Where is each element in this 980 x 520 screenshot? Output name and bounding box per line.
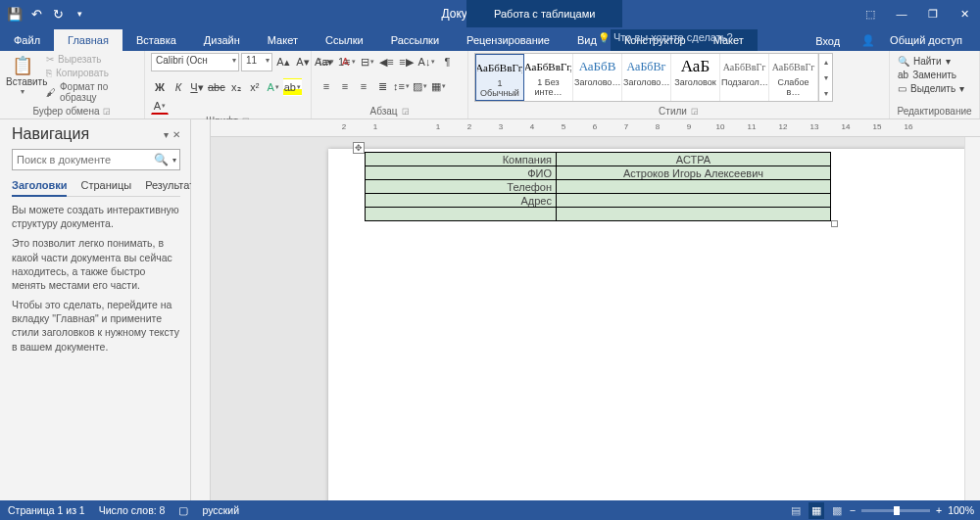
horizontal-ruler[interactable]: 2112345678910111213141516: [211, 119, 980, 137]
table-row[interactable]: КомпанияАСТРА: [366, 153, 831, 166]
align-center-button[interactable]: ≡: [336, 77, 354, 95]
table-cell[interactable]: [366, 208, 557, 221]
text-effects-button[interactable]: A: [265, 78, 282, 96]
font-name-combo[interactable]: Calibri (Осн: [151, 53, 239, 71]
nav-tab-headings[interactable]: Заголовки: [12, 176, 67, 197]
style-item[interactable]: АаБбВЗаголово…: [573, 54, 622, 101]
shading-button[interactable]: ▨: [412, 77, 429, 95]
table-row[interactable]: ФИОАстроков Игорь Алексеевич: [366, 166, 831, 180]
select-button[interactable]: ▭Выделить ▾: [896, 82, 973, 95]
document-table[interactable]: КомпанияАСТРАФИОАстроков Игорь Алексееви…: [365, 152, 831, 221]
sign-in-button[interactable]: Вход: [809, 31, 846, 51]
copy-button[interactable]: ⎘Копировать: [43, 67, 138, 79]
paragraph-dialog-icon[interactable]: ◲: [402, 107, 410, 116]
table-resize-handle[interactable]: [831, 220, 838, 227]
tab-review[interactable]: Рецензирование: [453, 29, 564, 51]
style-item[interactable]: АаБбВвГг,1 Обычный: [475, 54, 524, 101]
search-dropdown-icon[interactable]: ▾: [171, 156, 178, 165]
cut-button[interactable]: ✂Вырезать: [43, 53, 138, 66]
style-item[interactable]: АаБбВвГгПодзагол…: [720, 54, 769, 101]
table-cell-value[interactable]: Астроков Игорь Алексеевич: [557, 166, 831, 180]
tab-mailings[interactable]: Рассылки: [377, 29, 453, 51]
table-cell-label[interactable]: Адрес: [366, 194, 557, 208]
show-marks-button[interactable]: ¶: [438, 53, 456, 71]
nav-search-box[interactable]: 🔍▾: [12, 149, 180, 170]
table-cell-value[interactable]: [557, 180, 831, 194]
tab-file[interactable]: Файл: [0, 29, 54, 51]
tab-home[interactable]: Главная: [54, 29, 122, 51]
sort-button[interactable]: A↓: [417, 53, 437, 71]
status-proofing-icon[interactable]: ▢: [178, 504, 188, 516]
grow-font-button[interactable]: A▴: [274, 53, 292, 71]
zoom-level[interactable]: 100%: [948, 504, 974, 516]
vertical-scrollbar[interactable]: [964, 137, 980, 500]
align-left-button[interactable]: ≡: [318, 77, 335, 95]
format-painter-button[interactable]: 🖌Формат по образцу: [43, 80, 138, 104]
borders-button[interactable]: ▦: [430, 77, 448, 95]
bullets-button[interactable]: ⁝≡: [318, 53, 335, 71]
search-icon[interactable]: 🔍: [152, 153, 171, 166]
tab-references[interactable]: Ссылки: [312, 29, 377, 51]
shrink-font-button[interactable]: A▾: [294, 53, 312, 71]
table-row[interactable]: [366, 208, 831, 221]
table-cell-label[interactable]: Телефон: [366, 180, 557, 194]
decrease-indent-button[interactable]: ◀≡: [378, 53, 396, 71]
vertical-ruler[interactable]: [191, 119, 211, 500]
table-move-handle[interactable]: ✥: [353, 142, 365, 154]
highlight-button[interactable]: ab: [283, 78, 302, 96]
bold-button[interactable]: Ж: [151, 78, 169, 96]
minimize-button[interactable]: —: [886, 0, 917, 27]
close-button[interactable]: ✕: [949, 0, 980, 27]
table-cell[interactable]: [557, 208, 831, 221]
qat-more-icon[interactable]: ▾: [71, 5, 88, 23]
paste-button[interactable]: 📋 Вставить ▾: [6, 53, 39, 96]
nav-search-input[interactable]: [17, 154, 152, 165]
line-spacing-button[interactable]: ↕≡: [392, 77, 411, 95]
justify-button[interactable]: ≣: [373, 77, 391, 95]
numbering-button[interactable]: 1≡: [337, 53, 357, 71]
multilevel-button[interactable]: ⊟: [359, 53, 376, 71]
find-button[interactable]: 🔍Найти ▾: [896, 55, 973, 68]
zoom-slider[interactable]: [861, 509, 930, 512]
clipboard-dialog-icon[interactable]: ◲: [103, 107, 111, 116]
page[interactable]: ✥ КомпанияАСТРАФИОАстроков Игорь Алексее…: [328, 149, 970, 500]
table-cell-value[interactable]: [557, 194, 831, 208]
align-right-button[interactable]: ≡: [355, 77, 372, 95]
ribbon-display-icon[interactable]: ⬚: [855, 0, 886, 27]
style-item[interactable]: АаБбВгЗаголово…: [622, 54, 671, 101]
replace-button[interactable]: abЗаменить: [896, 69, 973, 81]
zoom-out-button[interactable]: −: [850, 504, 856, 516]
style-item[interactable]: АаБЗаголовок: [671, 54, 720, 101]
font-color-button[interactable]: A: [151, 97, 169, 115]
increase-indent-button[interactable]: ≡▶: [398, 53, 416, 71]
save-icon[interactable]: 💾: [6, 5, 24, 23]
italic-button[interactable]: К: [170, 78, 187, 96]
underline-button[interactable]: Ч▾: [188, 78, 206, 96]
table-row[interactable]: Телефон: [366, 180, 831, 194]
nav-tab-pages[interactable]: Страницы: [80, 176, 131, 196]
styles-dialog-icon[interactable]: ◲: [691, 107, 699, 116]
style-item[interactable]: АаБбВвГгСлабое в…: [769, 54, 818, 101]
subscript-button[interactable]: x₂: [227, 78, 245, 96]
share-button[interactable]: 👤Общий доступ: [850, 30, 974, 51]
font-size-combo[interactable]: 11: [241, 53, 272, 71]
table-row[interactable]: Адрес: [366, 194, 831, 208]
redo-icon[interactable]: ↻: [49, 5, 67, 23]
table-cell-value[interactable]: АСТРА: [557, 153, 831, 166]
tell-me-search[interactable]: Что вы хотите сделать?: [598, 31, 733, 43]
strikethrough-button[interactable]: abc: [207, 78, 226, 96]
zoom-in-button[interactable]: +: [936, 504, 942, 516]
maximize-button[interactable]: ❐: [917, 0, 949, 27]
view-read-icon[interactable]: ▤: [789, 504, 803, 517]
gallery-up-icon[interactable]: ▴: [819, 54, 832, 70]
tab-design[interactable]: Дизайн: [190, 29, 254, 51]
undo-icon[interactable]: ↶: [27, 5, 45, 23]
table-cell-label[interactable]: ФИО: [366, 166, 557, 180]
status-words[interactable]: Число слов: 8: [99, 504, 166, 516]
status-language[interactable]: русский: [202, 504, 239, 516]
status-page[interactable]: Страница 1 из 1: [8, 504, 85, 516]
nav-menu-icon[interactable]: ▾: [164, 129, 169, 140]
superscript-button[interactable]: x²: [246, 78, 264, 96]
view-web-icon[interactable]: ▩: [830, 504, 844, 517]
style-item[interactable]: АаБбВвГг,1 Без инте…: [524, 54, 573, 101]
